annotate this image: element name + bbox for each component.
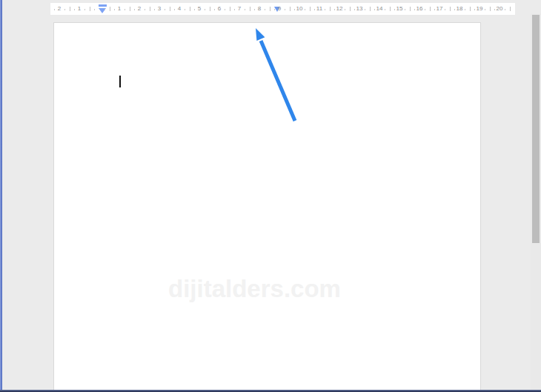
- ruler-quarter-tick: [214, 9, 215, 10]
- ruler-quarter-tick: [254, 9, 255, 10]
- ruler-number: 15: [396, 3, 403, 15]
- ruler-half-tick: [150, 7, 150, 11]
- ruler-number: 14: [376, 3, 383, 15]
- ruler-quarter-tick: [425, 9, 425, 10]
- ruler-number: 9: [278, 3, 281, 15]
- ruler-quarter-tick: [485, 9, 485, 10]
- ruler-quarter-tick: [154, 9, 155, 10]
- ruler-half-tick: [330, 7, 331, 11]
- ruler-quarter-tick: [185, 9, 185, 10]
- ruler-number: 2: [138, 3, 141, 15]
- ruler-number: 13: [356, 3, 363, 15]
- ruler-number: 3: [158, 3, 161, 15]
- ruler-quarter-tick: [445, 9, 445, 10]
- ruler-half-tick: [390, 7, 391, 11]
- ruler-half-tick: [470, 7, 471, 11]
- ruler-quarter-tick: [354, 9, 355, 10]
- ruler-quarter-tick: [374, 9, 375, 10]
- ruler-number: 11: [316, 3, 322, 15]
- ruler-number: 1: [118, 3, 121, 15]
- ruler-number: 18: [457, 3, 463, 15]
- ruler-half-tick: [90, 7, 90, 11]
- ruler-half-tick: [110, 7, 110, 11]
- left-indent-marker[interactable]: [99, 4, 107, 14]
- ruler-number: 8: [258, 3, 261, 15]
- ruler-quarter-tick: [314, 9, 315, 10]
- ruler-quarter-tick: [125, 9, 125, 10]
- ruler-quarter-tick: [74, 9, 75, 10]
- ruler-half-tick: [310, 7, 311, 11]
- ruler-quarter-tick: [265, 9, 265, 10]
- scrollbar-thumb[interactable]: [532, 15, 540, 243]
- document-editor-viewport: 121234567891011121314151617181920 dijita…: [0, 0, 541, 392]
- ruler-quarter-tick: [414, 9, 415, 10]
- first-line-indent-icon[interactable]: [99, 4, 107, 7]
- ruler-number: 2: [58, 3, 61, 15]
- ruler-quarter-tick: [94, 9, 95, 10]
- ruler-quarter-tick: [245, 9, 245, 10]
- ruler-quarter-tick: [165, 9, 165, 10]
- ruler-half-tick: [230, 7, 230, 11]
- ruler-half-tick: [250, 7, 250, 11]
- ruler-half-tick: [410, 7, 411, 11]
- ruler-half-tick: [170, 7, 170, 11]
- ruler-quarter-tick: [505, 9, 505, 10]
- ruler-half-tick: [70, 7, 70, 11]
- ruler-quarter-tick: [365, 9, 365, 10]
- ruler-half-tick: [430, 7, 431, 11]
- text-cursor: [119, 76, 121, 87]
- ruler-half-tick: [190, 7, 190, 11]
- ruler-number: 5: [198, 3, 201, 15]
- ruler-quarter-tick: [114, 9, 115, 10]
- ruler-quarter-tick: [385, 9, 385, 10]
- ruler-quarter-tick: [434, 9, 435, 10]
- ruler-quarter-tick: [84, 9, 85, 10]
- ruler-quarter-tick: [474, 9, 475, 10]
- ruler-half-tick: [490, 7, 491, 11]
- ruler-number: 7: [238, 3, 241, 15]
- ruler-quarter-tick: [234, 9, 235, 10]
- window-left-border: [0, 0, 2, 392]
- ruler-quarter-tick: [454, 9, 455, 10]
- ruler-quarter-tick: [305, 9, 305, 10]
- ruler-quarter-tick: [494, 9, 495, 10]
- ruler-quarter-tick: [465, 9, 465, 10]
- ruler-number: 17: [437, 3, 443, 15]
- ruler-quarter-tick: [345, 9, 345, 10]
- vertical-scrollbar[interactable]: [531, 13, 541, 390]
- ruler-number: 10: [296, 3, 303, 15]
- ruler-half-tick: [290, 7, 291, 11]
- ruler-quarter-tick: [334, 9, 335, 10]
- horizontal-ruler[interactable]: 121234567891011121314151617181920: [50, 3, 515, 15]
- ruler-half-tick: [450, 7, 451, 11]
- ruler-quarter-tick: [54, 9, 55, 10]
- ruler-quarter-tick: [294, 9, 295, 10]
- ruler-quarter-tick: [325, 9, 325, 10]
- ruler-half-tick: [130, 7, 130, 11]
- document-page[interactable]: dijitalders.com: [53, 22, 481, 392]
- ruler-quarter-tick: [394, 9, 395, 10]
- ruler-quarter-tick: [174, 9, 175, 10]
- ruler-quarter-tick: [405, 9, 405, 10]
- ruler-quarter-tick: [194, 9, 195, 10]
- ruler-quarter-tick: [205, 9, 205, 10]
- ruler-half-tick: [510, 7, 511, 11]
- ruler-quarter-tick: [64, 9, 65, 10]
- ruler-number: 16: [416, 3, 423, 15]
- ruler-number: 12: [336, 3, 343, 15]
- ruler-quarter-tick: [285, 9, 285, 10]
- ruler-half-tick: [210, 7, 210, 11]
- ruler-number: 20: [497, 3, 503, 15]
- ruler-quarter-tick: [145, 9, 145, 10]
- ruler-number: 1: [78, 3, 81, 15]
- ruler-quarter-tick: [134, 9, 135, 10]
- ruler-quarter-tick: [274, 9, 275, 10]
- watermark-text: dijitalders.com: [168, 275, 341, 303]
- ruler-number: 6: [218, 3, 221, 15]
- ruler-half-tick: [350, 7, 351, 11]
- ruler-half-tick: [270, 7, 270, 11]
- ruler-number: 19: [477, 3, 483, 15]
- ruler-quarter-tick: [104, 9, 105, 10]
- ruler-half-tick: [370, 7, 371, 11]
- ruler-number: 4: [178, 3, 181, 15]
